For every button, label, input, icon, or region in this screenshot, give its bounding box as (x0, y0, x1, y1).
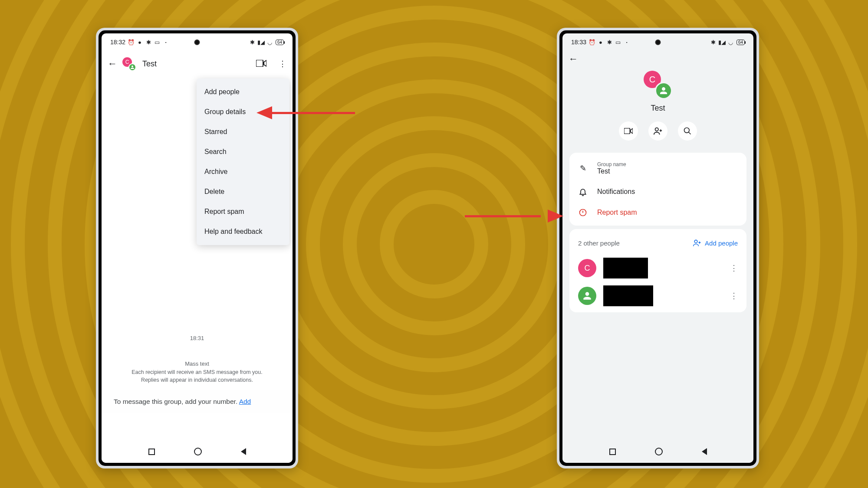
home-button[interactable] (655, 448, 663, 455)
annotation-arrow-2 (465, 209, 560, 223)
person-avatar-2 (578, 287, 596, 305)
signal-icon: ▮◢ (258, 39, 264, 45)
recents-button[interactable] (148, 449, 155, 455)
back-button[interactable]: ← (108, 58, 117, 69)
group-settings-card: ✎ Group name Test Notifications Report s… (569, 153, 746, 226)
group-name-row[interactable]: ✎ Group name Test (569, 155, 746, 181)
more-status-icon: • (163, 39, 169, 45)
avatar-green (128, 63, 136, 71)
notifications-row[interactable]: Notifications (569, 181, 746, 202)
dot-icon: ● (598, 39, 604, 45)
alarm-icon: ⏰ (589, 39, 595, 45)
alert-icon (578, 208, 588, 217)
svg-point-5 (694, 240, 697, 243)
menu-archive[interactable]: Archive (197, 162, 289, 182)
search-button[interactable] (678, 121, 697, 141)
rect-icon: ▭ (154, 39, 160, 45)
chat-title[interactable]: Test (142, 59, 251, 69)
details-back-row: ← (562, 51, 753, 68)
person-avatar-1: C (578, 259, 596, 277)
edit-icon: ✎ (578, 164, 588, 173)
recents-button[interactable] (609, 449, 616, 455)
video-call-button[interactable] (619, 121, 638, 141)
signal-icon: ▮◢ (719, 39, 725, 45)
android-nav-bar (102, 440, 293, 463)
add-person-button[interactable] (648, 121, 667, 141)
people-header: 2 other people Add people (569, 232, 746, 254)
dot-icon: ● (137, 39, 143, 45)
annotation-arrow-1 (260, 105, 355, 120)
mass-text-notice: Mass text Each recipient will receive an… (102, 354, 293, 390)
front-camera (194, 39, 200, 45)
person-name-redacted-2 (603, 285, 653, 306)
svg-point-2 (655, 128, 658, 131)
menu-starred[interactable]: Starred (197, 122, 289, 142)
svg-point-3 (684, 128, 690, 133)
group-hero: C Test (562, 68, 753, 149)
person-more-1[interactable]: ⋮ (730, 263, 738, 273)
overflow-menu: Add people Group details Starred Search … (197, 79, 289, 245)
person-more-2[interactable]: ⋮ (730, 291, 738, 301)
home-button[interactable] (194, 448, 202, 455)
menu-help[interactable]: Help and feedback (197, 222, 289, 242)
group-title: Test (651, 104, 665, 113)
battery-icon: 64 (736, 39, 745, 45)
menu-delete[interactable]: Delete (197, 182, 289, 202)
wifi-icon: ◡ (728, 39, 734, 45)
avatar-green-large (655, 82, 672, 99)
menu-search[interactable]: Search (197, 142, 289, 162)
front-camera (655, 39, 661, 45)
group-name-value: Test (597, 167, 738, 175)
bluetooth-icon: ✱ (250, 39, 256, 45)
mass-text-line1: Each recipient will receive an SMS messa… (114, 368, 280, 376)
video-call-button[interactable] (256, 58, 266, 69)
add-number-link[interactable]: Add (239, 398, 251, 405)
star-icon: ✱ (606, 39, 612, 45)
chat-header: ← C Test ⋮ (102, 51, 293, 77)
back-nav-button[interactable] (702, 448, 707, 455)
bluetooth-icon: ✱ (710, 39, 717, 45)
people-card: 2 other people Add people C ⋮ ⋮ (569, 229, 746, 312)
mass-text-line2: Replies will appear in individual conver… (114, 376, 280, 384)
report-spam-label: Report spam (597, 209, 738, 216)
more-status-icon: • (624, 39, 630, 45)
notifications-label: Notifications (597, 188, 738, 196)
back-button[interactable]: ← (569, 53, 578, 64)
svg-rect-0 (256, 60, 263, 67)
phone-right: 18:33 ⏰ ● ✱ ▭ • ✱ ▮◢ ◡ 64 ← C Test ✎ (557, 28, 759, 468)
status-time: 18:33 (571, 39, 586, 46)
wifi-icon: ◡ (267, 39, 273, 45)
group-action-row (619, 121, 697, 141)
add-people-label: Add people (705, 239, 738, 247)
group-avatar-large: C (644, 71, 672, 99)
back-nav-button[interactable] (241, 448, 246, 455)
more-menu-button[interactable]: ⋮ (279, 59, 286, 69)
menu-report-spam[interactable]: Report spam (197, 202, 289, 222)
android-nav-bar (562, 440, 753, 463)
report-spam-row[interactable]: Report spam (569, 202, 746, 223)
phone-left: 18:32 ⏰ ● ✱ ▭ • ✱ ▮◢ ◡ 64 ← C Test ⋮ Add… (96, 28, 298, 468)
menu-add-people[interactable]: Add people (197, 82, 289, 102)
battery-icon: 64 (276, 39, 284, 45)
person-row-1[interactable]: C ⋮ (569, 254, 746, 282)
alarm-icon: ⏰ (128, 39, 134, 45)
person-name-redacted-1 (603, 258, 648, 278)
people-count: 2 other people (578, 239, 620, 247)
rect-icon: ▭ (615, 39, 621, 45)
message-timestamp: 18:31 (102, 335, 293, 341)
star-icon: ✱ (145, 39, 151, 45)
bell-icon (578, 187, 588, 196)
person-row-2[interactable]: ⋮ (569, 282, 746, 310)
group-name-label: Group name (597, 161, 738, 167)
add-number-banner: To message this group, add your number. … (102, 390, 293, 413)
status-time: 18:32 (110, 39, 125, 46)
add-people-button[interactable]: Add people (693, 239, 738, 247)
mass-text-title: Mass text (114, 360, 280, 367)
add-number-text: To message this group, add your number. (114, 398, 239, 405)
svg-rect-1 (624, 128, 630, 134)
group-avatar[interactable]: C (122, 57, 135, 70)
